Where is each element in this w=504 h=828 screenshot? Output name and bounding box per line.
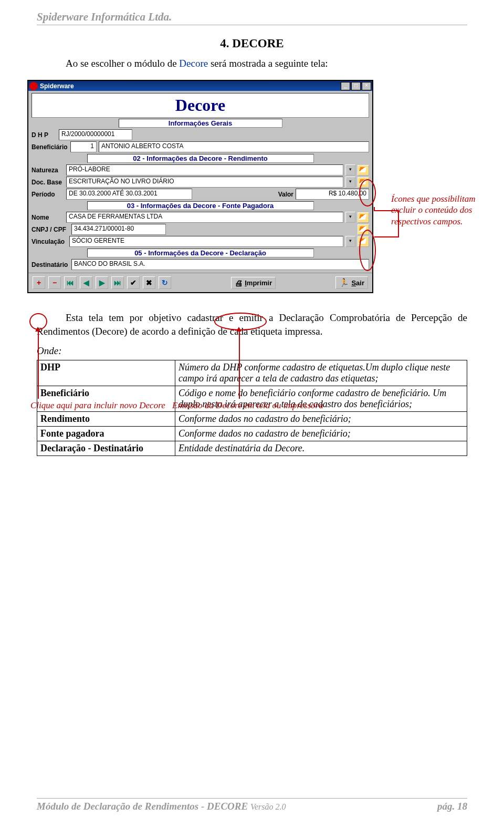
natureza-field[interactable]: PRÓ-LABORE xyxy=(66,164,343,175)
docbase-label: Doc. Base xyxy=(32,179,64,186)
arrow xyxy=(374,236,399,237)
save-record-icon[interactable]: ✔ xyxy=(127,276,140,289)
section-title: 4. DECORE xyxy=(37,37,467,50)
arrow xyxy=(398,210,399,237)
close-button[interactable]: × xyxy=(362,82,371,90)
vinculacao-label: Vinculação xyxy=(32,238,67,245)
beneficiario-code-field[interactable]: 1 xyxy=(70,141,97,152)
app-icon xyxy=(29,82,38,90)
group-02: 02 - Informações da Decore - Rendimento xyxy=(87,154,314,163)
docbase-field[interactable]: ESCRITURAÇÃO NO LIVRO DIÁRIO xyxy=(66,177,343,188)
minimize-button[interactable]: _ xyxy=(341,82,350,90)
def-key: Rendimento xyxy=(37,412,175,427)
callout-exclude-icons: Ícones que possibilitam excluir o conteú… xyxy=(391,193,480,227)
last-record-icon[interactable]: ⏭ xyxy=(111,276,124,289)
arrow-head-icon xyxy=(35,327,40,332)
maximize-button[interactable]: □ xyxy=(351,82,361,90)
intro-post: será mostrada a seguinte tela: xyxy=(208,58,328,69)
def-key: DHP xyxy=(37,360,175,386)
def-val: Número da DHP conforme cadastro de etiqu… xyxy=(175,360,467,386)
arrow-head-icon xyxy=(236,327,242,332)
highlight-circle xyxy=(359,179,376,206)
onde-label: Onde: xyxy=(37,345,467,357)
next-record-icon[interactable]: ▶ xyxy=(96,276,108,289)
def-val: Entidade destinatária da Decore. xyxy=(175,441,467,456)
arrow xyxy=(374,210,399,211)
cnpj-field[interactable]: 34.434.271/00001-80 xyxy=(71,224,166,235)
app-title: Spiderware xyxy=(40,82,341,90)
def-val: Conforme dados no cadastro do beneficiár… xyxy=(175,412,467,427)
group-03: 03 - Informações da Decore - Fonte Pagad… xyxy=(87,201,314,210)
arrow xyxy=(38,329,39,399)
exit-label: SairSair xyxy=(351,279,364,287)
prev-record-icon[interactable]: ◀ xyxy=(80,276,92,289)
print-label: IImprimirmprimir xyxy=(245,279,272,287)
table-row: DHPNúmero da DHP conforme cadastro de et… xyxy=(37,360,467,386)
def-key: Fonte pagadora xyxy=(37,427,175,441)
table-row: Fonte pagadoraConforme dados no cadastro… xyxy=(37,427,467,441)
exit-button[interactable]: 🏃 SairSair xyxy=(335,276,368,289)
valor-label: Valor xyxy=(278,191,293,198)
company-header: Spiderware Informática Ltda. xyxy=(37,11,467,25)
beneficiario-name-field[interactable]: ANTONIO ALBERTO COSTA xyxy=(99,141,369,152)
cnpj-label: CNPJ / CPF xyxy=(32,226,69,233)
nome-dropdown-icon[interactable]: ▾ xyxy=(345,212,355,223)
highlight-circle xyxy=(359,230,376,271)
printer-icon: 🖨 xyxy=(235,278,243,287)
nome-label: Nome xyxy=(32,214,64,221)
group-05: 05 - Informações da Decore - Declaração xyxy=(87,249,314,257)
destinatario-field[interactable]: BANCO DO BRASIL S.A. xyxy=(71,259,369,270)
page-footer: Módulo de Declaração de Rendimentos - DE… xyxy=(37,798,467,812)
natureza-dropdown-icon[interactable]: ▾ xyxy=(345,164,355,175)
intro-text: Ao se escolher o módulo de Decore será m… xyxy=(66,58,467,69)
cancel-record-icon[interactable]: ✖ xyxy=(143,276,155,289)
decore-link: Decore xyxy=(179,58,208,69)
title-bar: Spiderware _ □ × xyxy=(28,81,372,91)
intro-pre: Ao se escolher o módulo de xyxy=(66,58,179,69)
nome-field[interactable]: CASA DE FERRAMENTAS LTDA xyxy=(66,212,343,223)
exit-icon: 🏃 xyxy=(339,278,349,287)
clear-nome-icon[interactable] xyxy=(358,212,369,223)
print-button[interactable]: 🖨 IImprimirmprimir xyxy=(231,277,276,289)
dhp-field[interactable]: RJ/2000/00000001 xyxy=(59,129,132,140)
first-record-icon[interactable]: ⏮ xyxy=(64,276,77,289)
table-row: Declaração - DestinatárioEntidade destin… xyxy=(37,441,467,456)
clear-natureza-icon[interactable] xyxy=(358,165,369,175)
refresh-icon[interactable]: ↻ xyxy=(159,276,171,289)
periodo-label: Período xyxy=(32,191,64,198)
toolbar: + − ⏮ ◀ ▶ ⏭ ✔ ✖ ↻ 🖨 IImprimirmprimir 🏃 S… xyxy=(28,273,372,292)
valor-field[interactable]: R$ 10.480,00 xyxy=(296,189,369,200)
arrow xyxy=(239,329,240,399)
footer-left: Módulo de Declaração de Rendimentos - DE… xyxy=(37,801,286,812)
callout-include-new: Clique aqui para incluir novo Decore xyxy=(30,400,165,411)
delete-record-icon[interactable]: − xyxy=(48,276,61,289)
periodo-field[interactable]: DE 30.03.2000 ATÉ 30.03.2001 xyxy=(66,189,192,200)
footer-page: pág. 18 xyxy=(437,801,467,812)
def-key: Declaração - Destinatário xyxy=(37,441,175,456)
natureza-label: Natureza xyxy=(32,167,64,174)
docbase-dropdown-icon[interactable]: ▾ xyxy=(345,177,355,188)
dhp-label: D H P xyxy=(32,131,57,139)
destinatario-label: Destinatário xyxy=(32,261,69,268)
def-val: Conforme dados no cadastro de beneficiár… xyxy=(175,427,467,441)
vinculacao-field[interactable]: SÓCIO GERENTE xyxy=(69,236,343,247)
group-general: Informações Gerais xyxy=(119,119,282,128)
app-window: Spiderware _ □ × Decore Informações Gera… xyxy=(27,80,373,293)
beneficiario-label: Beneficiário xyxy=(32,143,68,151)
add-record-icon[interactable]: + xyxy=(33,276,45,289)
window-main-title: Decore xyxy=(32,93,369,118)
footer-version: Versão 2.0 xyxy=(250,802,286,811)
table-row: RendimentoConforme dados no cadastro do … xyxy=(37,412,467,427)
callout-print: Emissão da Decore em tela ou impressora xyxy=(172,400,323,411)
vinculacao-dropdown-icon[interactable]: ▾ xyxy=(345,236,355,247)
